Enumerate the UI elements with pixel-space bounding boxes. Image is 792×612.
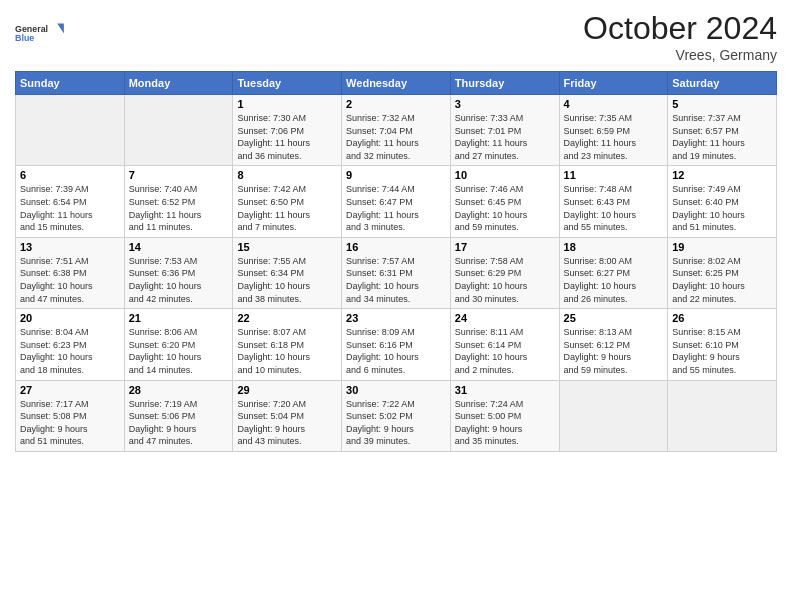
day-detail: Sunrise: 7:17 AM Sunset: 5:08 PM Dayligh… [20, 398, 120, 448]
location: Vrees, Germany [583, 47, 777, 63]
day-number: 2 [346, 98, 446, 110]
day-header-tuesday: Tuesday [233, 72, 342, 95]
day-number: 23 [346, 312, 446, 324]
calendar-cell: 23Sunrise: 8:09 AM Sunset: 6:16 PM Dayli… [342, 309, 451, 380]
day-header-saturday: Saturday [668, 72, 777, 95]
day-number: 20 [20, 312, 120, 324]
calendar-cell: 19Sunrise: 8:02 AM Sunset: 6:25 PM Dayli… [668, 237, 777, 308]
day-detail: Sunrise: 7:57 AM Sunset: 6:31 PM Dayligh… [346, 255, 446, 305]
day-detail: Sunrise: 8:04 AM Sunset: 6:23 PM Dayligh… [20, 326, 120, 376]
calendar-header-row: SundayMondayTuesdayWednesdayThursdayFrid… [16, 72, 777, 95]
calendar-cell: 14Sunrise: 7:53 AM Sunset: 6:36 PM Dayli… [124, 237, 233, 308]
day-detail: Sunrise: 8:15 AM Sunset: 6:10 PM Dayligh… [672, 326, 772, 376]
day-detail: Sunrise: 8:11 AM Sunset: 6:14 PM Dayligh… [455, 326, 555, 376]
day-detail: Sunrise: 7:33 AM Sunset: 7:01 PM Dayligh… [455, 112, 555, 162]
day-detail: Sunrise: 7:19 AM Sunset: 5:06 PM Dayligh… [129, 398, 229, 448]
calendar-cell: 7Sunrise: 7:40 AM Sunset: 6:52 PM Daylig… [124, 166, 233, 237]
day-detail: Sunrise: 7:24 AM Sunset: 5:00 PM Dayligh… [455, 398, 555, 448]
calendar-week-row: 27Sunrise: 7:17 AM Sunset: 5:08 PM Dayli… [16, 380, 777, 451]
day-number: 10 [455, 169, 555, 181]
calendar-cell [16, 95, 125, 166]
calendar-cell: 28Sunrise: 7:19 AM Sunset: 5:06 PM Dayli… [124, 380, 233, 451]
svg-text:General: General [15, 24, 48, 34]
day-detail: Sunrise: 8:13 AM Sunset: 6:12 PM Dayligh… [564, 326, 664, 376]
day-number: 21 [129, 312, 229, 324]
calendar-cell: 8Sunrise: 7:42 AM Sunset: 6:50 PM Daylig… [233, 166, 342, 237]
calendar-cell: 9Sunrise: 7:44 AM Sunset: 6:47 PM Daylig… [342, 166, 451, 237]
day-detail: Sunrise: 7:35 AM Sunset: 6:59 PM Dayligh… [564, 112, 664, 162]
day-detail: Sunrise: 7:44 AM Sunset: 6:47 PM Dayligh… [346, 183, 446, 233]
day-number: 25 [564, 312, 664, 324]
calendar-week-row: 1Sunrise: 7:30 AM Sunset: 7:06 PM Daylig… [16, 95, 777, 166]
day-number: 29 [237, 384, 337, 396]
calendar-cell: 1Sunrise: 7:30 AM Sunset: 7:06 PM Daylig… [233, 95, 342, 166]
day-header-thursday: Thursday [450, 72, 559, 95]
day-header-monday: Monday [124, 72, 233, 95]
day-detail: Sunrise: 7:37 AM Sunset: 6:57 PM Dayligh… [672, 112, 772, 162]
day-number: 8 [237, 169, 337, 181]
day-detail: Sunrise: 7:40 AM Sunset: 6:52 PM Dayligh… [129, 183, 229, 233]
day-number: 26 [672, 312, 772, 324]
calendar-week-row: 6Sunrise: 7:39 AM Sunset: 6:54 PM Daylig… [16, 166, 777, 237]
logo-svg: General Blue [15, 14, 65, 52]
calendar-cell: 27Sunrise: 7:17 AM Sunset: 5:08 PM Dayli… [16, 380, 125, 451]
day-detail: Sunrise: 8:00 AM Sunset: 6:27 PM Dayligh… [564, 255, 664, 305]
day-header-wednesday: Wednesday [342, 72, 451, 95]
calendar-cell: 29Sunrise: 7:20 AM Sunset: 5:04 PM Dayli… [233, 380, 342, 451]
calendar-cell [668, 380, 777, 451]
calendar-cell: 6Sunrise: 7:39 AM Sunset: 6:54 PM Daylig… [16, 166, 125, 237]
calendar-cell: 26Sunrise: 8:15 AM Sunset: 6:10 PM Dayli… [668, 309, 777, 380]
day-number: 22 [237, 312, 337, 324]
day-detail: Sunrise: 7:32 AM Sunset: 7:04 PM Dayligh… [346, 112, 446, 162]
day-detail: Sunrise: 8:06 AM Sunset: 6:20 PM Dayligh… [129, 326, 229, 376]
logo: General Blue [15, 14, 65, 52]
calendar-cell: 12Sunrise: 7:49 AM Sunset: 6:40 PM Dayli… [668, 166, 777, 237]
day-number: 3 [455, 98, 555, 110]
calendar-cell: 16Sunrise: 7:57 AM Sunset: 6:31 PM Dayli… [342, 237, 451, 308]
calendar-cell [559, 380, 668, 451]
day-detail: Sunrise: 7:46 AM Sunset: 6:45 PM Dayligh… [455, 183, 555, 233]
day-number: 18 [564, 241, 664, 253]
day-number: 30 [346, 384, 446, 396]
calendar-cell [124, 95, 233, 166]
page-header: General Blue October 2024 Vrees, Germany [15, 10, 777, 63]
day-detail: Sunrise: 7:58 AM Sunset: 6:29 PM Dayligh… [455, 255, 555, 305]
day-detail: Sunrise: 8:09 AM Sunset: 6:16 PM Dayligh… [346, 326, 446, 376]
day-detail: Sunrise: 7:55 AM Sunset: 6:34 PM Dayligh… [237, 255, 337, 305]
day-detail: Sunrise: 7:20 AM Sunset: 5:04 PM Dayligh… [237, 398, 337, 448]
day-header-friday: Friday [559, 72, 668, 95]
calendar-cell: 18Sunrise: 8:00 AM Sunset: 6:27 PM Dayli… [559, 237, 668, 308]
svg-text:Blue: Blue [15, 33, 34, 43]
day-number: 1 [237, 98, 337, 110]
day-detail: Sunrise: 7:39 AM Sunset: 6:54 PM Dayligh… [20, 183, 120, 233]
day-number: 7 [129, 169, 229, 181]
calendar-cell: 13Sunrise: 7:51 AM Sunset: 6:38 PM Dayli… [16, 237, 125, 308]
day-number: 12 [672, 169, 772, 181]
day-number: 13 [20, 241, 120, 253]
day-number: 11 [564, 169, 664, 181]
day-detail: Sunrise: 7:30 AM Sunset: 7:06 PM Dayligh… [237, 112, 337, 162]
day-number: 31 [455, 384, 555, 396]
calendar-week-row: 20Sunrise: 8:04 AM Sunset: 6:23 PM Dayli… [16, 309, 777, 380]
day-detail: Sunrise: 8:07 AM Sunset: 6:18 PM Dayligh… [237, 326, 337, 376]
day-detail: Sunrise: 7:48 AM Sunset: 6:43 PM Dayligh… [564, 183, 664, 233]
calendar-cell: 2Sunrise: 7:32 AM Sunset: 7:04 PM Daylig… [342, 95, 451, 166]
calendar-cell: 11Sunrise: 7:48 AM Sunset: 6:43 PM Dayli… [559, 166, 668, 237]
calendar-cell: 24Sunrise: 8:11 AM Sunset: 6:14 PM Dayli… [450, 309, 559, 380]
svg-marker-2 [57, 24, 64, 34]
day-number: 6 [20, 169, 120, 181]
title-block: October 2024 Vrees, Germany [583, 10, 777, 63]
calendar-cell: 15Sunrise: 7:55 AM Sunset: 6:34 PM Dayli… [233, 237, 342, 308]
day-number: 27 [20, 384, 120, 396]
month-title: October 2024 [583, 10, 777, 47]
day-number: 17 [455, 241, 555, 253]
calendar-cell: 17Sunrise: 7:58 AM Sunset: 6:29 PM Dayli… [450, 237, 559, 308]
calendar-week-row: 13Sunrise: 7:51 AM Sunset: 6:38 PM Dayli… [16, 237, 777, 308]
day-detail: Sunrise: 7:53 AM Sunset: 6:36 PM Dayligh… [129, 255, 229, 305]
day-number: 16 [346, 241, 446, 253]
day-number: 28 [129, 384, 229, 396]
day-detail: Sunrise: 8:02 AM Sunset: 6:25 PM Dayligh… [672, 255, 772, 305]
day-detail: Sunrise: 7:51 AM Sunset: 6:38 PM Dayligh… [20, 255, 120, 305]
day-number: 24 [455, 312, 555, 324]
day-number: 19 [672, 241, 772, 253]
